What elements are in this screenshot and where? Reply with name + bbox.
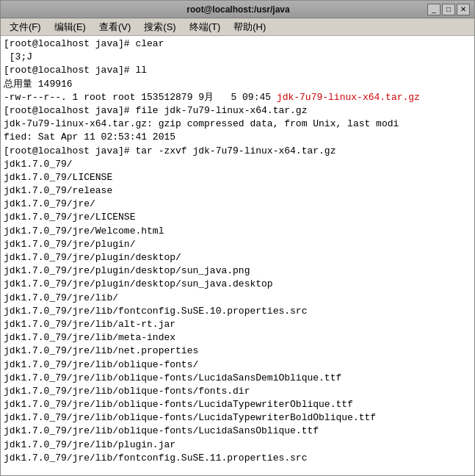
- terminal-line: jdk1.7.0_79/jre/: [4, 198, 471, 211]
- terminal-line: jdk1.7.0_79/jre/lib/oblique-fonts/Lucida…: [4, 425, 471, 438]
- terminal-line: jdk1.7.0_79/jre/lib/oblique-fonts/Lucida…: [4, 411, 471, 425]
- window-title: root@localhost:/usr/java: [49, 4, 427, 15]
- menu-bar: 文件(F) 编辑(E) 查看(V) 搜索(S) 终端(T) 帮助(H): [1, 18, 474, 36]
- menu-help[interactable]: 帮助(H): [228, 19, 272, 35]
- terminal-line: jdk1.7.0_79/jre/plugin/desktop/sun_java.…: [4, 278, 471, 291]
- terminal-line: [root@localhost java]# clear: [4, 37, 471, 51]
- menu-file[interactable]: 文件(F): [4, 19, 47, 35]
- menu-terminal[interactable]: 终端(T): [184, 19, 227, 35]
- terminal-line: jdk1.7.0_79/jre/LICENSE: [4, 211, 471, 224]
- terminal-line: 总用量 149916: [4, 78, 471, 91]
- terminal-line: jdk1.7.0_79/jre/plugin/desktop/sun_java.…: [4, 264, 471, 278]
- terminal-line: jdk1.7.0_79/jre/lib/fontconfig.SuSE.10.p…: [4, 305, 471, 318]
- terminal-line: jdk-7u79-linux-x64.tar.gz: gzip compress…: [4, 118, 471, 131]
- close-button[interactable]: ✕: [457, 4, 470, 15]
- terminal-line: jdk1.7.0_79/release: [4, 184, 471, 198]
- terminal-line: [root@localhost java]# file jdk-7u79-lin…: [4, 104, 471, 118]
- terminal-line: jdk1.7.0_79/jre/lib/fontconfig.SuSE.11.p…: [4, 452, 471, 465]
- terminal-line: jdk1.7.0_79/jre/Welcome.html: [4, 225, 471, 238]
- menu-edit[interactable]: 编辑(E): [48, 19, 92, 35]
- terminal-line: jdk1.7.0_79/jre/lib/plugin.jar: [4, 439, 471, 452]
- title-bar: root@localhost:/usr/java _ □ ✕: [1, 1, 474, 18]
- terminal-line: [root@localhost java]# ll: [4, 64, 471, 77]
- menu-search[interactable]: 搜索(S): [138, 19, 181, 35]
- window-controls: _ □ ✕: [427, 4, 470, 15]
- terminal-line: fied: Sat Apr 11 02:53:41 2015: [4, 131, 471, 144]
- terminal-line: jdk1.7.0_79/jre/lib/: [4, 292, 471, 305]
- terminal-line: jdk1.7.0_79/jre/plugin/desktop/: [4, 251, 471, 264]
- minimize-button[interactable]: _: [427, 4, 440, 15]
- terminal-line: jdk1.7.0_79/jre/lib/meta-index: [4, 331, 471, 345]
- terminal-line: jdk1.7.0_79/jre/lib/net.properties: [4, 345, 471, 358]
- terminal-line: jdk1.7.0_79/jre/lib/oblique-fonts/fonts.…: [4, 385, 471, 398]
- terminal-window: root@localhost:/usr/java _ □ ✕ 文件(F) 编辑(…: [0, 0, 475, 476]
- terminal-output[interactable]: [root@localhost java]# clear [3;J[root@l…: [1, 36, 474, 475]
- menu-view[interactable]: 查看(V): [93, 19, 137, 35]
- terminal-line: jdk1.7.0_79/jre/lib/oblique-fonts/Lucida…: [4, 398, 471, 411]
- terminal-line: jdk1.7.0_79/jre/lib/oblique-fonts/Lucida…: [4, 372, 471, 385]
- terminal-line: jdk1.7.0_79/LICENSE: [4, 171, 471, 184]
- terminal-line: -rw-r--r--. 1 root root 153512879 9月 5 0…: [4, 91, 471, 104]
- maximize-button[interactable]: □: [442, 4, 455, 15]
- terminal-line: jdk1.7.0_79/jre/lib/oblique-fonts/: [4, 358, 471, 372]
- terminal-line: [3;J: [4, 51, 471, 64]
- terminal-line: jdk1.7.0_79/jre/lib/alt-rt.jar: [4, 318, 471, 331]
- terminal-line: jdk1.7.0_79/: [4, 158, 471, 171]
- terminal-line: [root@localhost java]# tar -zxvf jdk-7u7…: [4, 145, 471, 158]
- terminal-line: jdk1.7.0_79/jre/plugin/: [4, 238, 471, 251]
